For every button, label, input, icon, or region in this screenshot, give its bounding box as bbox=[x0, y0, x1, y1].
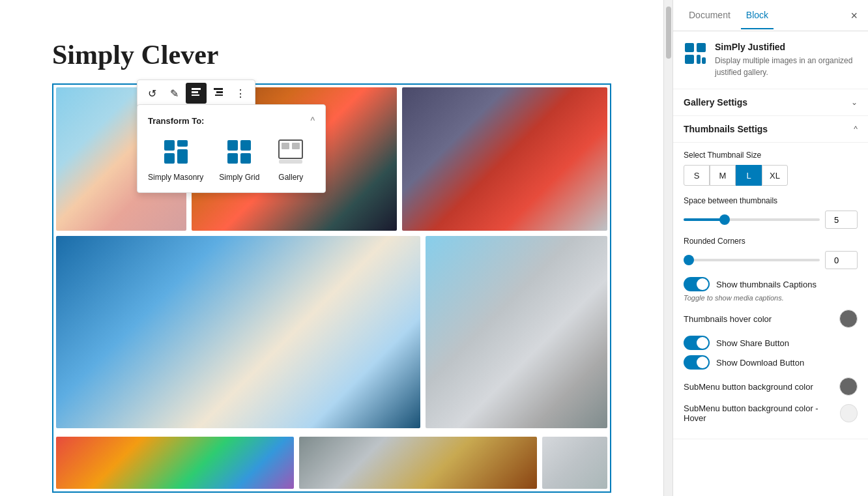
download-label: Show Download Button bbox=[716, 358, 804, 368]
gallery-image-4 bbox=[56, 236, 420, 428]
rounded-slider-track[interactable] bbox=[684, 259, 820, 261]
panel-close-button[interactable]: × bbox=[850, 10, 858, 22]
captions-hint: Toggle to show media captions. bbox=[684, 294, 858, 302]
gallery-image-5 bbox=[426, 236, 607, 428]
hover-color-row: Thumbnails hover color bbox=[684, 310, 858, 328]
space-slider-row bbox=[684, 211, 858, 229]
editor-scrollbar[interactable] bbox=[663, 0, 673, 496]
transform-close-icon[interactable]: ^ bbox=[310, 115, 315, 126]
transform-option-masonry[interactable]: Simply Masonry bbox=[148, 136, 203, 182]
align-left-icon bbox=[190, 86, 202, 100]
svg-rect-15 bbox=[282, 143, 289, 149]
gallery-image-7 bbox=[299, 437, 537, 489]
gallery-settings-chevron: ⌄ bbox=[851, 98, 858, 107]
right-panel: Document Block × SimPly Justified Displa… bbox=[673, 0, 868, 496]
undo-icon: ↺ bbox=[148, 87, 156, 100]
submenu-bg-swatch[interactable] bbox=[839, 377, 858, 396]
svg-rect-7 bbox=[164, 153, 175, 164]
svg-rect-3 bbox=[214, 88, 223, 90]
download-toggle[interactable] bbox=[684, 355, 710, 370]
tab-block[interactable]: Block bbox=[741, 2, 774, 29]
hover-color-swatch[interactable] bbox=[839, 310, 858, 328]
block-toolbar: ↺ ✎ ⋮ bbox=[137, 80, 255, 107]
download-toggle-row: Show Download Button bbox=[684, 355, 858, 370]
svg-rect-1 bbox=[192, 91, 198, 93]
space-input[interactable] bbox=[825, 211, 858, 229]
plugin-info: SimPly Justified Display multiple images… bbox=[673, 31, 868, 89]
hover-color-label: Thumbnails hover color bbox=[684, 314, 772, 324]
rounded-input[interactable] bbox=[825, 251, 858, 269]
space-slider-fill bbox=[684, 218, 725, 221]
transform-option-gallery[interactable]: Gallery bbox=[275, 136, 306, 182]
transform-option-grid[interactable]: Simply Grid bbox=[219, 136, 259, 182]
align-left-button[interactable] bbox=[186, 83, 207, 104]
panel-tabs: Document Block × bbox=[673, 0, 868, 31]
edit-button[interactable]: ✎ bbox=[164, 83, 184, 104]
captions-toggle-row: Show thumbnails Captions bbox=[684, 277, 858, 291]
masonry-icon bbox=[160, 136, 192, 168]
submenu-bg-hover-swatch[interactable] bbox=[840, 404, 858, 422]
gallery-image-8 bbox=[542, 437, 607, 489]
svg-rect-11 bbox=[240, 140, 251, 151]
svg-rect-0 bbox=[192, 88, 201, 90]
align-right-button[interactable] bbox=[208, 83, 229, 104]
svg-rect-2 bbox=[192, 95, 199, 96]
svg-rect-19 bbox=[697, 43, 706, 52]
space-label: Space between thumbnails bbox=[684, 196, 858, 205]
more-options-button[interactable]: ⋮ bbox=[230, 83, 251, 104]
gallery-settings-header[interactable]: Gallery Settigs ⌄ bbox=[673, 89, 868, 116]
share-toggle[interactable] bbox=[684, 336, 710, 350]
thumbnails-settings-chevron: ^ bbox=[854, 124, 858, 134]
rounded-slider-row bbox=[684, 251, 858, 269]
svg-rect-4 bbox=[216, 91, 223, 93]
gallery-image-3 bbox=[402, 87, 607, 231]
transform-options: Simply Masonry Simply Grid bbox=[148, 136, 315, 182]
rounded-slider-thumb[interactable] bbox=[684, 255, 694, 265]
size-btn-m[interactable]: M bbox=[710, 165, 736, 186]
scrollbar-thumb[interactable] bbox=[666, 7, 671, 59]
plugin-text: SimPly Justified Display multiple images… bbox=[715, 42, 858, 78]
svg-rect-6 bbox=[164, 140, 175, 151]
gallery-image-6 bbox=[56, 437, 294, 489]
svg-rect-17 bbox=[279, 160, 302, 164]
submenu-bg-hover-row: SubMenu button background color - Hover bbox=[684, 403, 858, 423]
masonry-label: Simply Masonry bbox=[148, 173, 203, 182]
gallery-row-2 bbox=[56, 236, 607, 431]
captions-toggle[interactable] bbox=[684, 277, 710, 291]
size-label: Select Thumbnail Size bbox=[684, 151, 858, 160]
thumbnails-settings-title: Thumbnails Settigs bbox=[684, 124, 768, 134]
size-btn-l[interactable]: L bbox=[736, 165, 762, 186]
download-knob bbox=[697, 357, 708, 368]
page-title: Simply Clever bbox=[52, 39, 611, 70]
submenu-bg-label: SubMenu button background color bbox=[684, 382, 813, 392]
submenu-bg-hover-label: SubMenu button background color - Hover bbox=[684, 403, 840, 423]
svg-rect-9 bbox=[177, 149, 188, 164]
space-slider-thumb[interactable] bbox=[719, 214, 730, 225]
gallery-label: Gallery bbox=[278, 173, 303, 182]
tab-document[interactable]: Document bbox=[684, 2, 736, 29]
plugin-icon bbox=[684, 42, 707, 65]
undo-button[interactable]: ↺ bbox=[141, 83, 162, 104]
plugin-description: Display multiple images in an organized … bbox=[715, 55, 858, 78]
grid-label: Simply Grid bbox=[219, 173, 259, 182]
svg-rect-21 bbox=[697, 55, 701, 64]
svg-rect-13 bbox=[240, 153, 251, 164]
grid-icon bbox=[224, 136, 255, 168]
size-btn-s[interactable]: S bbox=[684, 165, 710, 186]
size-btn-xl[interactable]: XL bbox=[762, 165, 788, 186]
size-buttons: S M L XL bbox=[684, 165, 858, 186]
gallery-settings-title: Gallery Settigs bbox=[684, 97, 747, 108]
captions-label: Show thumbnails Captions bbox=[716, 280, 817, 289]
gallery-icon bbox=[275, 136, 306, 168]
editor-area: Simply Clever ↺ ✎ ⋮ bbox=[0, 0, 663, 496]
align-right-icon bbox=[212, 86, 224, 100]
captions-knob bbox=[697, 278, 708, 290]
plugin-name: SimPly Justified bbox=[715, 42, 858, 52]
svg-rect-12 bbox=[227, 153, 238, 164]
thumbnails-settings-content: Select Thumbnail Size S M L XL Space bet… bbox=[673, 143, 868, 439]
space-slider-track[interactable] bbox=[684, 218, 820, 221]
thumbnails-settings-header[interactable]: Thumbnails Settigs ^ bbox=[673, 116, 868, 143]
pencil-icon: ✎ bbox=[170, 87, 179, 100]
more-icon: ⋮ bbox=[235, 87, 246, 100]
transform-dropdown: Transform To: ^ Simply Masonry bbox=[137, 104, 326, 193]
